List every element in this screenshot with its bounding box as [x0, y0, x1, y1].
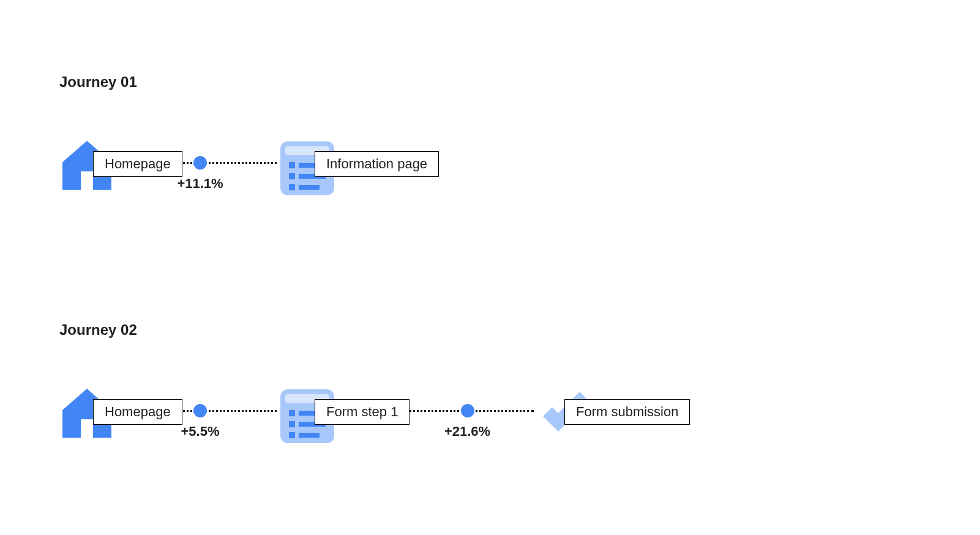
- step-label: Homepage: [93, 399, 182, 425]
- svg-rect-10: [289, 410, 295, 416]
- svg-rect-2: [289, 162, 295, 168]
- step-label: Information page: [315, 151, 439, 177]
- svg-rect-15: [299, 433, 320, 438]
- connector-dot: [193, 156, 207, 170]
- journey-step: Form submission: [534, 386, 601, 447]
- journey-title: Journey 01: [59, 73, 137, 91]
- svg-rect-12: [289, 421, 295, 427]
- connector-value: +21.6%: [444, 424, 490, 440]
- svg-rect-6: [289, 184, 295, 190]
- svg-rect-14: [289, 432, 295, 438]
- journey-step: Form step 1: [277, 386, 344, 447]
- connector-value: +5.5%: [181, 424, 220, 440]
- connector-value: +11.1%: [177, 176, 223, 192]
- step-label: Form step 1: [315, 399, 410, 425]
- journey-row: Homepage +5.5% Form step 1 +21.6% Form s…: [59, 380, 601, 453]
- connector-dot: [461, 404, 474, 417]
- journey-step: Information page: [277, 138, 344, 199]
- journey-step: Homepage: [59, 386, 124, 447]
- step-label: Form submission: [564, 399, 690, 425]
- journey-title: Journey 02: [59, 321, 137, 339]
- journey-step: Homepage: [59, 138, 124, 199]
- step-label: Homepage: [93, 151, 182, 177]
- journey-row: Homepage +11.1% Information page: [59, 132, 344, 205]
- svg-rect-4: [289, 173, 295, 179]
- svg-rect-7: [299, 185, 320, 190]
- connector-dot: [193, 404, 207, 417]
